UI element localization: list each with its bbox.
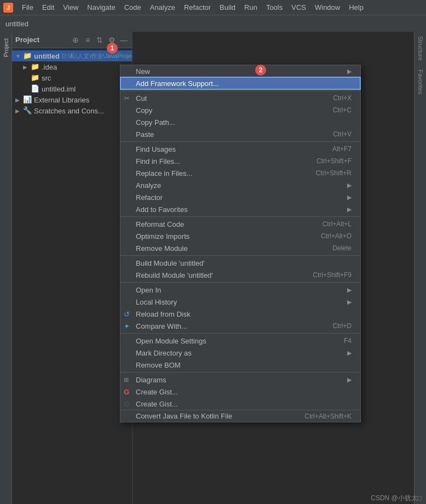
menu-view[interactable]: View — [59, 2, 83, 13]
menu-item-optimize-imports-label: Optimize Imports — [136, 232, 310, 240]
right-tab-structure[interactable]: Structure — [416, 32, 425, 65]
menu-item-refactor-label: Refactor — [136, 193, 347, 202]
tree-path-root: D:\私\人文\作业\JavaProjects\untitled — [62, 52, 132, 60]
menu-item-rebuild-module-label: Rebuild Module 'untitled' — [136, 271, 302, 279]
menu-item-create-gist-2-label: Create Gist... — [136, 400, 352, 408]
gist-1-icon: G — [124, 388, 129, 396]
menu-item-add-framework-label: Add Framework Support... — [136, 79, 352, 88]
menu-item-open-module-settings-label: Open Module Settings — [136, 337, 333, 345]
toolbar-locate-icon[interactable]: ⊕ — [71, 35, 80, 45]
tree-label-idea: .idea — [42, 63, 57, 71]
right-tab-favorites[interactable]: Favorites — [416, 65, 425, 99]
tree-item-idea[interactable]: ▶ 📁 .idea — [12, 61, 132, 72]
menu-item-add-favorites-arrow: ▶ — [347, 206, 352, 213]
menu-item-new-arrow: ▶ — [347, 68, 352, 75]
menu-item-rebuild-module[interactable]: Rebuild Module 'untitled' Ctrl+Shift+F9 — [120, 269, 360, 281]
tree-item-scratches[interactable]: ▶ 🔧 Scratches and Cons... — [12, 105, 132, 116]
menu-item-find-usages-shortcut: Alt+F7 — [332, 145, 352, 153]
menu-item-compare-with-shortcut: Ctrl+D — [333, 322, 352, 330]
lib-icon-ext-libs: 📊 — [23, 95, 32, 104]
menu-item-copy-path[interactable]: Copy Path... — [120, 116, 360, 128]
menu-item-copy-shortcut: Ctrl+C — [333, 106, 352, 114]
menu-item-remove-bom[interactable]: Remove BOM — [120, 359, 360, 371]
menu-item-reformat-code-shortcut: Ctrl+Alt+L — [323, 220, 352, 228]
project-panel-title: Project — [15, 36, 68, 44]
menu-edit[interactable]: Edit — [38, 2, 59, 13]
menu-item-local-history[interactable]: Local History ▶ — [120, 296, 360, 308]
menu-item-create-gist-1-label: Create Gist... — [136, 388, 352, 396]
menu-item-optimize-imports-shortcut: Ctrl+Alt+O — [321, 232, 352, 240]
toolbar-expand-icon[interactable]: ≡ — [83, 35, 93, 45]
menu-item-mark-directory[interactable]: Mark Directory as ▶ — [120, 347, 360, 359]
separator-3 — [120, 216, 360, 217]
menu-item-paste-label: Paste — [136, 130, 322, 139]
menu-item-convert-kotlin[interactable]: Convert Java File to Kotlin File Ctrl+Al… — [120, 410, 360, 422]
menu-item-new[interactable]: New ▶ — [120, 65, 360, 77]
menu-item-analyze[interactable]: Analyze ▶ — [120, 179, 360, 191]
menu-item-mark-directory-label: Mark Directory as — [136, 349, 347, 357]
menu-item-find-in-files[interactable]: Find in Files... Ctrl+Shift+F — [120, 155, 360, 167]
menu-item-copy-label: Copy — [136, 106, 322, 114]
menu-vcs[interactable]: VCS — [287, 2, 310, 13]
toolbar-minimize-icon[interactable]: — — [119, 35, 129, 45]
tree-item-ext-libs[interactable]: ▶ 📊 External Libraries — [12, 94, 132, 105]
menu-code[interactable]: Code — [120, 2, 146, 13]
menu-item-find-usages-label: Find Usages — [136, 145, 321, 153]
menu-item-paste[interactable]: Paste Ctrl+V — [120, 128, 360, 140]
menu-item-add-favorites[interactable]: Add to Favorites ▶ — [120, 203, 360, 215]
separator-7 — [120, 372, 360, 373]
menu-item-copy[interactable]: Copy Ctrl+C — [120, 104, 360, 116]
menu-item-refactor[interactable]: Refactor ▶ — [120, 191, 360, 203]
bottom-bar-text: CSDN @小犹太□ — [371, 494, 422, 502]
menu-item-new-label: New — [136, 67, 347, 76]
menu-run[interactable]: Run — [240, 2, 262, 13]
menu-item-analyze-label: Analyze — [136, 181, 347, 190]
menu-item-refactor-arrow: ▶ — [347, 194, 352, 201]
sidebar-tab-project[interactable]: Project — [2, 34, 10, 61]
menu-item-create-gist-2[interactable]: ⊙ Create Gist... — [120, 398, 360, 410]
menu-item-open-in[interactable]: Open In ▶ — [120, 284, 360, 296]
menu-item-add-framework[interactable]: Add Framework Support... — [120, 77, 360, 89]
reload-icon: ↺ — [124, 310, 130, 318]
menu-help[interactable]: Help — [344, 2, 368, 13]
menu-item-replace-in-files[interactable]: Replace in Files... Ctrl+Shift+R — [120, 167, 360, 179]
menu-item-convert-kotlin-shortcut: Ctrl+Alt+Shift+K — [304, 413, 352, 420]
menu-item-compare-with-label: Compare With... — [136, 322, 322, 330]
tree-label-ext-libs: External Libraries — [34, 96, 89, 104]
menu-item-compare-with[interactable]: ✦ Compare With... Ctrl+D — [120, 320, 360, 332]
menu-navigate[interactable]: Navigate — [83, 2, 119, 13]
tree-item-iml[interactable]: 📄 untitled.iml — [12, 83, 132, 94]
menu-item-local-history-arrow: ▶ — [347, 299, 352, 306]
menu-item-convert-kotlin-label: Convert Java File to Kotlin File — [136, 412, 293, 420]
menu-build[interactable]: Build — [215, 2, 240, 13]
menu-item-remove-module-shortcut: Delete — [332, 244, 352, 252]
context-menu: New ▶ Add Framework Support... ✂ Cut Ctr… — [120, 65, 361, 422]
menu-item-reformat-code[interactable]: Reformat Code Ctrl+Alt+L — [120, 218, 360, 230]
menu-item-reload-disk-label: Reload from Disk — [136, 310, 352, 318]
menu-refactor[interactable]: Refactor — [180, 2, 215, 13]
menu-item-open-module-settings[interactable]: Open Module Settings F4 — [120, 335, 360, 347]
menu-item-create-gist-1[interactable]: G Create Gist... — [120, 386, 360, 398]
menu-item-remove-module[interactable]: Remove Module Delete — [120, 242, 360, 254]
tree-arrow-ext-libs: ▶ — [15, 97, 23, 103]
menu-item-find-usages[interactable]: Find Usages Alt+F7 — [120, 143, 360, 155]
menu-item-optimize-imports[interactable]: Optimize Imports Ctrl+Alt+O — [120, 230, 360, 242]
menu-item-cut[interactable]: ✂ Cut Ctrl+X — [120, 92, 360, 104]
menu-item-reload-disk[interactable]: ↺ Reload from Disk — [120, 308, 360, 320]
title-bar: untitled — [0, 15, 426, 32]
menu-tools[interactable]: Tools — [262, 2, 287, 13]
tree-label-root: untitled — [34, 52, 60, 60]
menu-item-mark-directory-arrow: ▶ — [347, 350, 352, 357]
menu-item-open-module-settings-shortcut: F4 — [344, 337, 352, 345]
menu-item-replace-in-files-shortcut: Ctrl+Shift+R — [316, 169, 352, 177]
menu-item-diagrams-arrow: ▶ — [347, 376, 352, 383]
menu-window[interactable]: Window — [310, 2, 344, 13]
menu-analyze[interactable]: Analyze — [146, 2, 180, 13]
menu-item-diagrams-label: Diagrams — [136, 376, 347, 384]
tree-item-src[interactable]: 📁 src — [12, 72, 132, 83]
menu-item-analyze-arrow: ▶ — [347, 182, 352, 189]
menu-file[interactable]: File — [18, 2, 38, 13]
menu-item-build-module[interactable]: Build Module 'untitled' — [120, 257, 360, 269]
menu-item-diagrams[interactable]: ⊞ Diagrams ▶ — [120, 374, 360, 386]
toolbar-sort-icon[interactable]: ⇅ — [95, 35, 105, 45]
